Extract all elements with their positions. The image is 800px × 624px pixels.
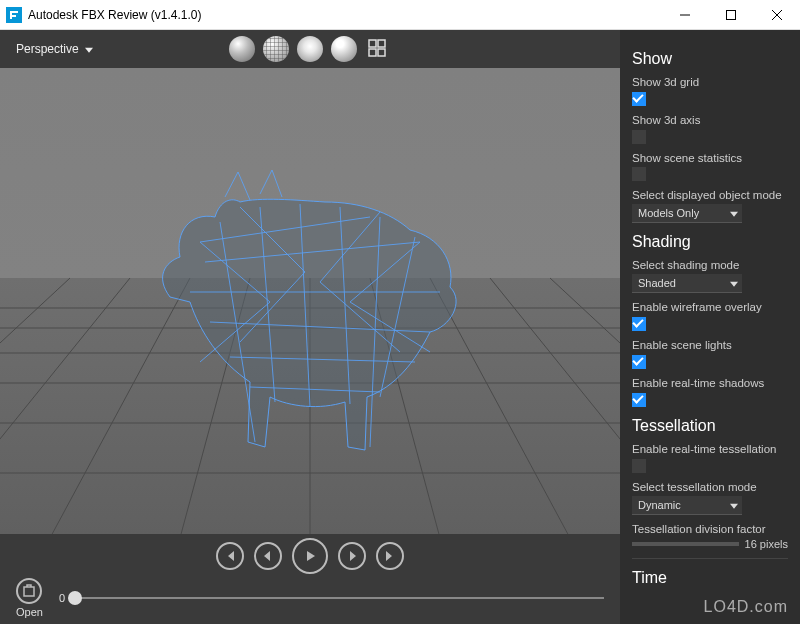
svg-rect-4 <box>369 49 376 56</box>
step-back-button[interactable] <box>254 542 282 570</box>
show-grid-label: Show 3d grid <box>632 76 788 88</box>
window-title: Autodesk FBX Review (v1.4.1.0) <box>28 8 662 22</box>
section-time-title: Time <box>632 569 788 587</box>
go-to-end-button[interactable] <box>376 542 404 570</box>
svg-rect-2 <box>369 40 376 47</box>
svg-line-18 <box>0 278 130 534</box>
timeline-slider[interactable]: 0 <box>59 592 604 604</box>
multiview-icon[interactable] <box>365 36 391 62</box>
tess-factor-value: 16 pixels <box>745 538 788 550</box>
tess-factor-slider[interactable] <box>632 542 739 546</box>
go-to-start-button[interactable] <box>216 542 244 570</box>
shading-mode-label: Select shading mode <box>632 259 788 271</box>
show-grid-checkbox[interactable] <box>632 92 646 106</box>
window-close-button[interactable] <box>754 0 800 30</box>
show-stats-label: Show scene statistics <box>632 152 788 164</box>
lighting-toggle-icon[interactable] <box>297 36 323 62</box>
playback-controls <box>0 534 620 578</box>
window-maximize-button[interactable] <box>708 0 754 30</box>
svg-line-21 <box>550 278 620 534</box>
play-button[interactable] <box>292 538 328 574</box>
show-axis-label: Show 3d axis <box>632 114 788 126</box>
app-icon <box>6 7 22 23</box>
section-shading-title: Shading <box>632 233 788 251</box>
open-file-button[interactable]: Open <box>16 578 43 618</box>
show-axis-checkbox[interactable] <box>632 130 646 144</box>
model-preview <box>120 102 500 482</box>
settings-panel: Show Show 3d grid Show 3d axis Show scen… <box>620 30 800 624</box>
tess-factor-label: Tessellation division factor <box>632 523 788 535</box>
svg-line-20 <box>0 278 70 534</box>
shading-mode-wireframe-icon[interactable] <box>263 36 289 62</box>
viewport-toolbar: Perspective <box>0 30 620 68</box>
show-stats-checkbox[interactable] <box>632 167 646 181</box>
wireframe-overlay-label: Enable wireframe overlay <box>632 301 788 313</box>
svg-rect-3 <box>378 40 385 47</box>
section-tessellation-title: Tessellation <box>632 417 788 435</box>
scene-lights-checkbox[interactable] <box>632 355 646 369</box>
svg-rect-5 <box>378 49 385 56</box>
realtime-tess-label: Enable real-time tessellation <box>632 443 788 455</box>
scene-lights-label: Enable scene lights <box>632 339 788 351</box>
object-mode-dropdown[interactable]: Models Only <box>632 204 742 223</box>
shading-mode-textured-icon[interactable] <box>331 36 357 62</box>
section-show-title: Show <box>632 50 788 68</box>
viewport-3d[interactable] <box>0 68 620 534</box>
open-label: Open <box>16 606 43 618</box>
window-titlebar: Autodesk FBX Review (v1.4.1.0) <box>0 0 800 30</box>
svg-rect-42 <box>24 587 34 596</box>
view-mode-dropdown[interactable]: Perspective <box>10 38 99 60</box>
realtime-tess-checkbox[interactable] <box>632 459 646 473</box>
realtime-shadows-checkbox[interactable] <box>632 393 646 407</box>
shading-mode-dropdown[interactable]: Shaded <box>632 274 742 293</box>
timeline-thumb[interactable] <box>68 591 82 605</box>
window-minimize-button[interactable] <box>662 0 708 30</box>
timeline-start-label: 0 <box>59 592 65 604</box>
realtime-shadows-label: Enable real-time shadows <box>632 377 788 389</box>
svg-line-19 <box>490 278 620 534</box>
svg-rect-1 <box>727 10 736 19</box>
step-forward-button[interactable] <box>338 542 366 570</box>
shading-mode-smooth-icon[interactable] <box>229 36 255 62</box>
tess-mode-label: Select tessellation mode <box>632 481 788 493</box>
tess-mode-dropdown[interactable]: Dynamic <box>632 496 742 515</box>
wireframe-overlay-checkbox[interactable] <box>632 317 646 331</box>
object-mode-label: Select displayed object mode <box>632 189 788 201</box>
